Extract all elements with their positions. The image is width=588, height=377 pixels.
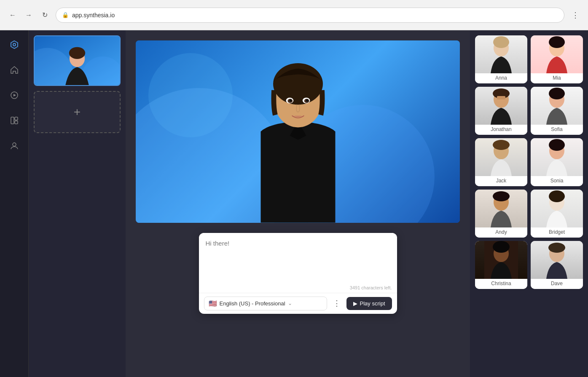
language-select[interactable]: 🇺🇸 English (US) - Professional ⌄ [204, 297, 327, 310]
flag-icon: 🇺🇸 [209, 299, 217, 307]
more-options-button[interactable]: ⋮ [330, 297, 343, 310]
svg-point-7 [13, 143, 16, 146]
svg-point-36 [493, 191, 510, 201]
sidebar-icon-home[interactable] [7, 62, 22, 78]
svg-point-41 [493, 241, 510, 253]
svg-point-20 [289, 99, 292, 102]
sidebar-icon-play[interactable] [7, 88, 22, 103]
avatar-label-andy: Andy [475, 227, 527, 238]
svg-point-34 [549, 139, 565, 151]
avatar-label-dave: Dave [531, 279, 583, 289]
avatar-image-dave [531, 241, 583, 279]
forward-button[interactable]: → [23, 9, 35, 21]
avatar-label-sofia: Sofia [531, 125, 583, 135]
avatar-card-dave[interactable]: Dave [531, 241, 583, 289]
svg-point-12 [69, 47, 85, 59]
play-icon: ▶ [353, 300, 357, 307]
svg-point-21 [306, 99, 308, 102]
avatar-image-anna [475, 35, 527, 73]
svg-point-25 [549, 36, 565, 48]
avatar-image-mia [531, 35, 583, 73]
avatar-card-sonia[interactable]: Sonia [531, 138, 583, 186]
add-slide-icon: + [74, 105, 81, 119]
avatar-card-christina[interactable]: Christina [475, 241, 527, 289]
avatar-label-mia: Mia [531, 73, 583, 83]
svg-point-1 [13, 43, 16, 46]
avatar-image-sonia [531, 138, 583, 176]
script-panel: 3491 characters left. 🇺🇸 English (US) - … [199, 233, 397, 314]
lock-icon: 🔒 [62, 12, 69, 18]
avatar-image-jonathan [475, 87, 527, 125]
main-editor: 3491 characters left. 🇺🇸 English (US) - … [126, 30, 470, 377]
browser-menu-button[interactable]: ⋮ [569, 9, 581, 21]
chevron-down-icon: ⌄ [288, 300, 292, 306]
avatar-card-anna[interactable]: Anna [475, 35, 527, 83]
back-button[interactable]: ← [7, 9, 19, 21]
avatar-image-jack [475, 138, 527, 176]
url-text: app.synthesia.io [72, 12, 115, 19]
char-count: 3491 characters left. [199, 285, 397, 293]
avatar-image-christina [475, 241, 527, 279]
avatar-card-andy[interactable]: Andy [475, 190, 527, 238]
main-avatar [209, 40, 387, 223]
svg-point-43 [548, 243, 565, 253]
play-script-label: Play script [360, 300, 385, 307]
avatar-panel: Anna Mia [470, 30, 588, 377]
address-bar[interactable]: 🔒 app.synthesia.io [56, 8, 564, 23]
avatar-image-andy [475, 190, 527, 227]
svg-point-23 [493, 36, 509, 48]
nav-buttons: ← → ↻ [7, 9, 51, 21]
sidebar-icon-templates[interactable] [7, 113, 22, 128]
avatar-label-sonia: Sonia [531, 176, 583, 186]
slides-panel: + [29, 30, 126, 377]
avatar-card-jonathan[interactable]: Jonathan [475, 87, 527, 135]
sidebar-icon-settings[interactable] [7, 37, 22, 52]
avatar-card-bridget[interactable]: Bridget [531, 190, 583, 238]
panels-area: + [29, 30, 588, 377]
svg-point-30 [549, 88, 565, 99]
svg-rect-6 [15, 121, 18, 124]
svg-marker-0 [11, 41, 18, 48]
play-script-button[interactable]: ▶ Play script [346, 297, 392, 310]
avatar-grid: Anna Mia [475, 35, 583, 289]
video-preview [136, 40, 460, 223]
avatar-image-bridget [531, 190, 583, 227]
svg-rect-5 [15, 117, 18, 120]
avatar-label-anna: Anna [475, 73, 527, 83]
svg-rect-28 [497, 96, 505, 99]
language-label: English (US) - Professional [220, 300, 285, 307]
svg-point-32 [493, 140, 510, 150]
avatar-card-sofia[interactable]: Sofia [531, 87, 583, 135]
sidebar-icon-user[interactable] [7, 138, 22, 153]
avatar-label-jonathan: Jonathan [475, 125, 527, 135]
svg-rect-4 [11, 117, 14, 124]
script-footer: 🇺🇸 English (US) - Professional ⌄ ⋮ ▶ Pla… [199, 293, 397, 314]
add-slide-button[interactable]: + [34, 91, 121, 133]
slide-thumb-inner [35, 36, 120, 85]
svg-point-38 [549, 190, 565, 202]
avatar-label-bridget: Bridget [531, 227, 583, 238]
avatar-card-mia[interactable]: Mia [531, 35, 583, 83]
avatar-image-sofia [531, 87, 583, 125]
sidebar [0, 30, 29, 377]
browser-chrome: ← → ↻ 🔒 app.synthesia.io ⋮ [0, 0, 588, 30]
svg-marker-3 [13, 94, 16, 96]
avatar-label-christina: Christina [475, 279, 527, 289]
avatar-card-jack[interactable]: Jack [475, 138, 527, 186]
reload-button[interactable]: ↻ [39, 9, 51, 21]
slide-thumb-1[interactable] [34, 35, 121, 86]
script-textarea[interactable] [199, 233, 397, 283]
avatar-label-jack: Jack [475, 176, 527, 186]
app-container: + [0, 30, 588, 377]
